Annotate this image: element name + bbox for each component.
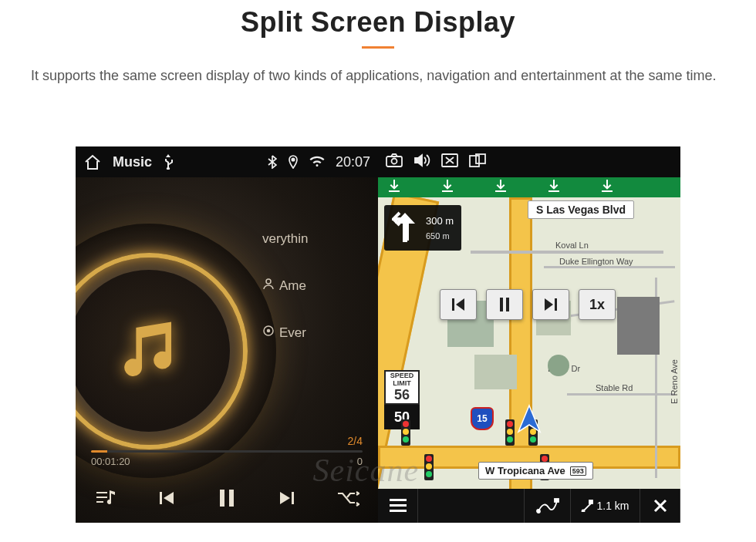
nav-waypoints-button[interactable] xyxy=(525,489,571,523)
gps-position-icon xyxy=(514,404,545,438)
progress-bar[interactable] xyxy=(91,450,363,453)
svg-rect-18 xyxy=(506,298,509,311)
current-street-banner: W Tropicana Ave 593 xyxy=(478,462,593,480)
close-screen-icon[interactable] xyxy=(441,153,458,170)
download-icon xyxy=(495,180,506,195)
prev-button[interactable] xyxy=(143,489,190,510)
page-title: Split Screen Display xyxy=(0,6,756,39)
next-button[interactable] xyxy=(264,489,310,510)
wifi-icon xyxy=(309,156,325,168)
clock-text: 20:07 xyxy=(336,154,370,170)
svg-rect-9 xyxy=(470,156,479,167)
svg-rect-4 xyxy=(220,490,224,507)
status-bar-left: Music 20:07 xyxy=(76,146,378,177)
track-list: verythin Ame Ever xyxy=(262,231,370,372)
music-note-icon xyxy=(113,313,186,389)
nav-close-button[interactable] xyxy=(640,489,680,523)
map-speed-button[interactable]: 1x xyxy=(579,289,616,320)
track-row-artist[interactable]: Ame xyxy=(262,278,370,294)
music-controls xyxy=(76,481,378,518)
svg-point-0 xyxy=(292,158,294,160)
page-subtitle: It supports the same screen display of t… xyxy=(31,66,725,87)
turn-distance-1: 300 m xyxy=(426,215,454,227)
interstate-shield: 15 xyxy=(471,407,494,430)
svg-rect-14 xyxy=(548,190,559,192)
person-icon xyxy=(262,278,275,294)
app-title: Music xyxy=(113,154,152,170)
label-koval: Koval Ln xyxy=(555,241,589,250)
road-minor xyxy=(544,266,675,268)
svg-rect-11 xyxy=(389,190,400,192)
svg-point-7 xyxy=(392,159,397,164)
page-header: Split Screen Display xyxy=(0,0,756,49)
svg-rect-13 xyxy=(495,190,506,192)
building xyxy=(474,355,517,389)
traffic-light-icon xyxy=(424,454,434,480)
download-icon xyxy=(389,180,400,195)
map-pause-button[interactable] xyxy=(486,289,523,320)
speed-limit-value: 56 xyxy=(386,387,418,403)
label-reno: E Reno Ave xyxy=(670,359,679,404)
map-next-button[interactable] xyxy=(532,289,569,320)
svg-rect-15 xyxy=(602,190,613,192)
turn-instruction: 300 m 650 m xyxy=(384,205,461,251)
map-prev-button[interactable] xyxy=(440,289,477,320)
svg-point-1 xyxy=(266,279,271,284)
shuffle-button[interactable] xyxy=(325,490,371,510)
split-screen-icon[interactable] xyxy=(469,153,486,170)
map-media-controls: 1x xyxy=(440,289,616,320)
svg-rect-17 xyxy=(500,298,503,311)
download-icon xyxy=(602,180,613,195)
record-icon xyxy=(262,325,275,341)
building xyxy=(548,355,569,376)
turn-distance-2: 650 m xyxy=(426,231,454,241)
download-icon xyxy=(442,180,453,195)
svg-rect-12 xyxy=(442,190,453,192)
speed-limit-sign: SPEED LIMIT 56 xyxy=(384,370,420,405)
map-bottom-bar: 1.1 km xyxy=(378,489,680,523)
bluetooth-icon xyxy=(268,155,277,169)
svg-rect-16 xyxy=(403,219,409,241)
music-pane: Music 20:07 xyxy=(76,146,378,523)
svg-rect-22 xyxy=(555,499,559,502)
nav-menu-button[interactable] xyxy=(378,489,418,523)
download-icon xyxy=(548,180,559,195)
road-minor xyxy=(567,393,675,396)
traffic-light-icon xyxy=(401,419,410,446)
android-notification-bar[interactable] xyxy=(378,177,680,197)
track-counter: 2/4 xyxy=(91,435,363,447)
playlist-button[interactable] xyxy=(83,489,129,510)
svg-point-25 xyxy=(582,510,585,513)
home-icon[interactable] xyxy=(83,153,102,170)
turn-left-icon xyxy=(392,211,418,244)
pause-button[interactable] xyxy=(204,488,250,511)
usb-icon xyxy=(163,154,174,170)
svg-point-3 xyxy=(268,330,270,332)
title-underline xyxy=(362,46,394,49)
status-bar-right xyxy=(378,146,680,177)
label-stable: Stable Rd xyxy=(596,383,633,392)
svg-rect-5 xyxy=(229,490,234,507)
nav-route-progress xyxy=(418,489,525,523)
volume-icon[interactable] xyxy=(413,153,430,170)
nav-distance[interactable]: 1.1 km xyxy=(571,489,640,523)
label-ellington: Duke Ellington Way xyxy=(559,257,633,266)
svg-rect-24 xyxy=(589,500,592,503)
road-minor xyxy=(471,251,663,254)
svg-rect-20 xyxy=(390,504,407,507)
top-street-banner: S Las Vegas Blvd xyxy=(528,200,634,219)
svg-point-23 xyxy=(537,510,540,513)
track-row-current[interactable]: verythin xyxy=(262,231,370,247)
total-time: 0 xyxy=(357,456,363,467)
highway-badge: 593 xyxy=(570,466,586,476)
progress-area: 2/4 00:01:20 0 xyxy=(91,435,363,467)
device-screenshot: Music 20:07 xyxy=(76,146,680,523)
svg-rect-21 xyxy=(390,510,407,512)
building xyxy=(617,297,660,355)
location-icon xyxy=(288,155,299,169)
camera-icon[interactable] xyxy=(386,153,403,170)
elapsed-time: 00:01:20 xyxy=(91,456,130,467)
track-row-album[interactable]: Ever xyxy=(262,325,370,341)
svg-rect-19 xyxy=(390,499,407,501)
map-pane: S Las Vegas Blvd Koval Ln Duke Ellington… xyxy=(378,146,680,523)
